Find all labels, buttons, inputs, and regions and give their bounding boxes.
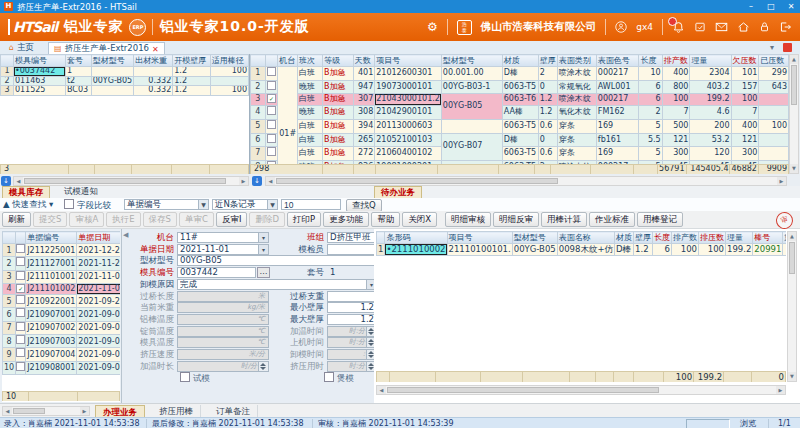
table-cell[interactable]: 401 bbox=[353, 67, 375, 81]
table-row[interactable]: 2J2111270012021-11-26 bbox=[3, 257, 121, 270]
spinner-control[interactable] bbox=[258, 362, 268, 371]
scroll-right-icon[interactable]: ▶ bbox=[776, 386, 785, 394]
row-checkbox[interactable]: ✓ bbox=[267, 94, 276, 103]
toolbar-button[interactable]: 作业标准 bbox=[589, 212, 635, 227]
table-cell[interactable]: BC03 bbox=[65, 86, 91, 96]
column-header[interactable] bbox=[1, 55, 14, 67]
user-icon[interactable] bbox=[615, 21, 627, 33]
table-row[interactable]: 4晚班B加急30821042900101AA棒1.2氧化木纹FM162274.6… bbox=[251, 106, 789, 120]
table-cell[interactable]: 21042900101 bbox=[375, 106, 442, 120]
table-cell[interactable] bbox=[91, 86, 134, 96]
close-all-tabs-icon[interactable] bbox=[783, 43, 792, 52]
table-cell[interactable]: 0.332 bbox=[134, 76, 173, 86]
close-button[interactable]: ✕ bbox=[782, 0, 800, 13]
field-input[interactable]: 1.2 bbox=[327, 302, 377, 313]
row-checkbox[interactable] bbox=[16, 271, 25, 280]
table-row[interactable]: 8J2109070032021-09-07 bbox=[3, 335, 121, 348]
table-cell[interactable]: 100 bbox=[699, 244, 726, 256]
field-input[interactable]: 2021-11-01▾ bbox=[177, 244, 269, 255]
table-cell[interactable]: 1.2 bbox=[173, 67, 210, 77]
table-cell[interactable]: 10 bbox=[639, 67, 662, 81]
column-header[interactable]: 长度 bbox=[639, 55, 662, 67]
table-cell[interactable]: 100 bbox=[672, 244, 699, 256]
table-cell[interactable]: 6063-T5 bbox=[502, 119, 538, 133]
table-cell[interactable]: 穿条 bbox=[557, 147, 596, 161]
table-cell[interactable]: J211225001 bbox=[26, 244, 77, 257]
table-cell[interactable]: 7 bbox=[662, 106, 690, 120]
quickfind-toggle[interactable]: ▲ 快速查找 ▾ bbox=[3, 199, 53, 210]
grid-nav-icon[interactable]: ↓ bbox=[252, 176, 262, 186]
table-cell[interactable]: 00YG-B07 bbox=[441, 133, 502, 160]
table-cell[interactable]: J210907003 bbox=[26, 335, 77, 348]
table-cell[interactable]: 6 bbox=[639, 94, 662, 106]
checkbox[interactable]: 试模 bbox=[180, 372, 210, 384]
field-input[interactable]: 米/分 bbox=[177, 349, 269, 360]
minimize-button[interactable]: – bbox=[742, 0, 760, 13]
column-header[interactable]: 等级 bbox=[322, 55, 353, 67]
table-cell[interactable]: 2021-11-01 bbox=[77, 283, 120, 294]
table-cell[interactable]: 氧化木纹 bbox=[557, 106, 596, 120]
column-header[interactable] bbox=[251, 55, 266, 67]
row-checkbox[interactable] bbox=[267, 147, 276, 156]
field-input[interactable]: 时:分 bbox=[327, 326, 377, 337]
scroll-left-icon[interactable]: ◀ bbox=[377, 386, 386, 394]
column-header[interactable] bbox=[265, 55, 278, 67]
table-row[interactable]: 5白班B加急394201130006036063-T50.6穿条16955002… bbox=[251, 119, 789, 133]
row-checkbox[interactable] bbox=[16, 244, 25, 253]
table-cell[interactable]: 21043000101.2 bbox=[375, 94, 442, 106]
table-cell[interactable] bbox=[759, 94, 789, 106]
table-cell[interactable]: 2021-12-25 bbox=[77, 244, 120, 257]
table-cell[interactable]: J211127001 bbox=[26, 257, 77, 270]
table-cell[interactable]: J210922001 bbox=[26, 295, 77, 308]
toolbar-button[interactable]: 用棒计算 bbox=[541, 212, 587, 227]
table-cell[interactable]: 0.332 bbox=[134, 86, 173, 96]
column-header[interactable]: 出材米重 bbox=[134, 55, 173, 67]
table-cell[interactable]: 00.001.00 bbox=[441, 67, 502, 81]
scroll-left-icon[interactable]: ◀ bbox=[14, 177, 23, 185]
table-cell[interactable]: 307 bbox=[353, 94, 375, 106]
table-cell[interactable]: 169 bbox=[596, 147, 639, 161]
table-cell[interactable]: 101 bbox=[731, 67, 759, 81]
column-header[interactable]: 壁厚 bbox=[634, 232, 653, 244]
table-cell[interactable]: 白班 bbox=[298, 94, 323, 106]
table-cell[interactable]: 200 bbox=[690, 119, 731, 133]
table-cell[interactable]: 白班 bbox=[298, 133, 323, 147]
table-row[interactable]: 10J2109080012021-09-08 bbox=[3, 361, 121, 374]
scroll-right-icon[interactable]: ▶ bbox=[777, 177, 786, 185]
table-cell[interactable]: 2021-09-07 bbox=[77, 308, 120, 321]
field-input[interactable]: 11#▾ bbox=[177, 232, 269, 243]
table-cell[interactable]: J210907004 bbox=[26, 348, 77, 361]
lookup-button[interactable]: … bbox=[257, 267, 270, 278]
table-cell[interactable]: 0 bbox=[538, 80, 557, 94]
column-header[interactable]: 表面色号 bbox=[596, 55, 639, 67]
h-scrollbar[interactable]: ◀ ▶ bbox=[2, 406, 90, 416]
table-cell[interactable]: 299 bbox=[759, 67, 789, 81]
table-cell[interactable]: D棒 bbox=[502, 67, 538, 81]
scroll-right-icon[interactable]: ▶ bbox=[80, 407, 89, 415]
table-cell[interactable]: 0.6 bbox=[538, 119, 557, 133]
table-cell[interactable]: 2111010002 bbox=[385, 244, 447, 256]
table-cell[interactable]: 00YG-B05 bbox=[441, 94, 502, 119]
table-cell[interactable]: 5 bbox=[639, 119, 662, 133]
lock-icon[interactable] bbox=[759, 21, 770, 33]
table-cell[interactable]: B加急 bbox=[322, 119, 353, 133]
scroll-thumb[interactable] bbox=[24, 178, 226, 184]
table-cell[interactable]: B加急 bbox=[322, 133, 353, 147]
table-cell[interactable]: 喷涂木纹 bbox=[557, 67, 596, 81]
column-header[interactable]: 材质 bbox=[502, 55, 538, 67]
scroll-thumb[interactable] bbox=[387, 387, 659, 393]
table-cell[interactable]: J210907002 bbox=[26, 321, 77, 334]
table-cell[interactable]: 100 bbox=[210, 86, 248, 96]
table-cell[interactable]: 947 bbox=[353, 80, 375, 94]
field-input[interactable]: 时:分 bbox=[327, 361, 377, 372]
table-cell[interactable]: 1 bbox=[65, 67, 91, 77]
row-checkbox[interactable] bbox=[16, 335, 25, 344]
table-cell[interactable]: 272 bbox=[353, 147, 375, 161]
table-cell[interactable]: 121 bbox=[731, 133, 759, 147]
table-cell[interactable]: 800 bbox=[662, 80, 690, 94]
v-scrollbar[interactable]: ▲ ▼ bbox=[789, 54, 799, 174]
row-checkbox[interactable] bbox=[16, 295, 25, 304]
table-cell[interactable]: 21012600301 bbox=[375, 67, 442, 81]
column-header[interactable] bbox=[16, 232, 26, 244]
tab-home[interactable]: ⌂ 主页 bbox=[4, 42, 39, 54]
